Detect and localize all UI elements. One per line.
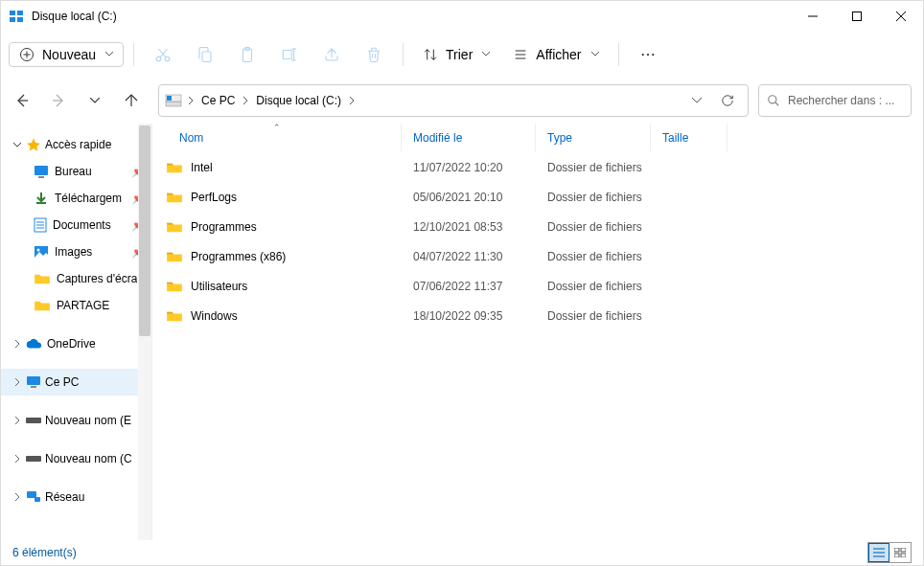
forward-button[interactable]: [49, 91, 68, 110]
col-header-modified[interactable]: Modifié le: [402, 124, 536, 151]
chevron-down-icon: [12, 141, 22, 148]
svg-rect-49: [27, 491, 36, 498]
title-bar: Disque local (C:): [1, 1, 923, 32]
crumb-sep[interactable]: [186, 93, 196, 108]
table-row[interactable]: Utilisateurs07/06/2022 11:37Dossier de f…: [152, 271, 923, 301]
crumb-sep[interactable]: [347, 93, 357, 108]
folder-icon: [166, 250, 183, 263]
svg-rect-0: [10, 11, 15, 15]
svg-rect-57: [901, 554, 906, 557]
paste-button[interactable]: [228, 37, 266, 72]
sort-label: Trier: [446, 47, 473, 62]
drive-icon: [26, 416, 41, 425]
sidebar-item-images[interactable]: Images 📌: [1, 238, 151, 265]
sidebar-drive-e[interactable]: Nouveau nom (E: [1, 407, 151, 434]
new-button[interactable]: Nouveau: [9, 42, 124, 67]
folder-icon: [166, 161, 183, 174]
col-header-name[interactable]: Nom ⌃: [152, 124, 402, 151]
sidebar-item-bureau[interactable]: Bureau 📌: [1, 158, 151, 185]
close-button[interactable]: [879, 1, 923, 32]
icons-view-button[interactable]: [889, 543, 911, 562]
svg-rect-3: [17, 17, 23, 22]
sidebar-item-downloads[interactable]: Téléchargem 📌: [1, 185, 151, 212]
sidebar-drive-c2[interactable]: Nouveau nom (C: [1, 445, 151, 472]
separator: [133, 43, 134, 66]
rename-button[interactable]: [270, 37, 309, 72]
more-button[interactable]: [629, 37, 667, 72]
details-view-button[interactable]: [868, 543, 889, 562]
svg-rect-31: [166, 102, 181, 106]
delete-button[interactable]: [355, 37, 393, 72]
table-row[interactable]: Intel11/07/2022 10:20Dossier de fichiers: [152, 152, 923, 182]
toolbar: Nouveau Trier Afficher: [1, 32, 923, 78]
desktop-icon: [34, 165, 49, 178]
file-type: Dossier de fichiers: [536, 191, 651, 204]
crumb-drive[interactable]: Disque local (C:): [254, 90, 343, 111]
svg-point-34: [769, 96, 776, 103]
svg-line-35: [775, 102, 779, 106]
maximize-button[interactable]: [835, 1, 879, 32]
view-button[interactable]: Afficher: [503, 37, 608, 72]
cut-button[interactable]: [144, 37, 182, 72]
svg-rect-37: [38, 176, 44, 178]
minimize-button[interactable]: [791, 1, 835, 32]
refresh-button[interactable]: [713, 88, 742, 113]
file-type: Dossier de fichiers: [536, 309, 651, 323]
sidebar-scrollbar[interactable]: [138, 124, 151, 540]
network-icon: [26, 490, 41, 504]
file-name: Utilisateurs: [191, 280, 247, 293]
chevron-down-icon: [591, 52, 599, 57]
svg-rect-36: [35, 166, 48, 175]
file-name: Programmes: [191, 220, 257, 234]
sort-button[interactable]: Trier: [413, 37, 499, 72]
file-list: Nom ⌃ Modifié le Type Taille Intel11/07/…: [152, 124, 923, 540]
sort-asc-icon: ⌃: [273, 123, 281, 132]
svg-rect-56: [894, 554, 899, 557]
search-box[interactable]: Rechercher dans : ...: [758, 84, 912, 117]
svg-line-14: [159, 49, 167, 57]
sidebar-item-documents[interactable]: Documents 📌: [1, 212, 151, 238]
col-header-size[interactable]: Taille: [651, 124, 728, 151]
addr-dropdown[interactable]: [684, 92, 709, 109]
new-label: Nouveau: [42, 47, 96, 62]
folder-icon: [34, 299, 51, 312]
folder-icon: [166, 191, 183, 204]
monitor-icon: [26, 375, 41, 389]
sidebar-quick-access[interactable]: Accès rapide: [1, 131, 151, 158]
crumb-sep[interactable]: [241, 93, 250, 108]
svg-rect-48: [26, 456, 41, 462]
sidebar-cepc[interactable]: Ce PC: [1, 369, 151, 396]
col-header-type[interactable]: Type: [536, 124, 651, 151]
sidebar-onedrive[interactable]: OneDrive: [1, 330, 151, 357]
up-button[interactable]: [122, 91, 141, 110]
table-row[interactable]: Programmes12/10/2021 08:53Dossier de fic…: [152, 212, 923, 241]
file-name: Intel: [191, 161, 213, 174]
nav-row: Ce PC Disque local (C:) Rechercher dans …: [1, 78, 923, 124]
table-row[interactable]: PerfLogs05/06/2021 20:10Dossier de fichi…: [152, 182, 923, 212]
svg-point-25: [641, 53, 643, 55]
back-button[interactable]: [12, 91, 32, 110]
svg-rect-33: [167, 96, 172, 101]
sidebar-item-captures[interactable]: Captures d'écra: [1, 265, 151, 292]
file-type: Dossier de fichiers: [536, 250, 651, 263]
sidebar-reseau[interactable]: Réseau: [1, 484, 151, 510]
folder-icon: [166, 309, 183, 323]
svg-rect-50: [35, 497, 40, 502]
copy-button[interactable]: [186, 37, 224, 72]
svg-rect-15: [202, 52, 211, 62]
address-bar[interactable]: Ce PC Disque local (C:): [158, 84, 749, 117]
table-row[interactable]: Windows18/10/2022 09:35Dossier de fichie…: [152, 301, 923, 330]
file-modified: 18/10/2022 09:35: [402, 309, 536, 323]
share-button[interactable]: [312, 37, 351, 72]
drive-icon: [165, 93, 182, 108]
sidebar-item-partage[interactable]: PARTAGE: [1, 292, 151, 319]
crumb-cepc[interactable]: Ce PC: [199, 90, 237, 111]
chevron-right-icon: [12, 340, 22, 348]
recent-button[interactable]: [85, 91, 104, 110]
file-name: Windows: [191, 309, 238, 323]
drive-icon: [26, 454, 41, 464]
table-row[interactable]: Programmes (x86)04/07/2022 11:30Dossier …: [152, 241, 923, 271]
search-icon: [767, 94, 780, 107]
app-icon: [9, 9, 24, 24]
item-count: 6 élément(s): [12, 546, 77, 559]
